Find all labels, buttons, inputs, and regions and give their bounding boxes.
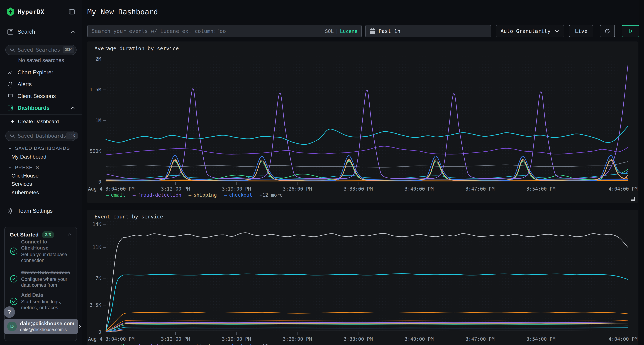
sidebar-item-alerts[interactable]: Alerts <box>0 79 82 89</box>
help-button[interactable]: ? <box>4 306 15 318</box>
get-started-item-connect[interactable]: Connect to ClickHouse Set up your databa… <box>10 239 73 264</box>
refresh-icon <box>604 27 611 35</box>
svg-text:3:47:00 PM: 3:47:00 PM <box>466 186 495 192</box>
sidebar-item-team-settings[interactable]: Team Settings <box>0 206 82 216</box>
avatar: D <box>7 322 17 331</box>
get-started-item-title: Create Data Sources <box>21 270 73 276</box>
chevron-up-icon <box>70 30 76 34</box>
sidebar-item-dashboards[interactable]: Dashboards <box>0 103 82 113</box>
create-dashboard-label: Create Dashboard <box>18 119 59 124</box>
sidebar-collapse-button[interactable] <box>68 8 76 15</box>
check-circle-icon <box>10 275 18 283</box>
sidebar-item-clickhouse[interactable]: ClickHouse <box>12 173 39 179</box>
legend-item-fraud-detection[interactable]: —fraud-detection <box>133 192 182 198</box>
legend-item-email[interactable]: —email <box>106 192 126 198</box>
app-title: HyperDX <box>18 8 44 15</box>
svg-text:3:26:00 PM: 3:26:00 PM <box>283 186 312 192</box>
chart-panel-event-count: Event count by service 03.5K7K11K14KAug … <box>87 210 638 345</box>
line-chart-avg-duration: 0500K1M1.5M2MAug 4 3:04:00 PM3:12:00 PM3… <box>87 41 638 192</box>
sidebar-item-services[interactable]: Services <box>12 181 32 187</box>
sidebar-item-kubernetes[interactable]: Kubernetes <box>12 189 39 196</box>
get-started-item-sources[interactable]: Create Data Sources Configure where your… <box>10 270 73 288</box>
create-dashboard-button[interactable]: Create Dashboard <box>10 119 59 124</box>
svg-text:11K: 11K <box>92 245 102 250</box>
svg-text:0: 0 <box>98 179 101 185</box>
logo-row: HyperDX <box>0 7 82 17</box>
user-menu[interactable]: D dale@clickhouse.com dale@clickhouse.co… <box>4 319 78 334</box>
lucene-toggle[interactable]: Lucene <box>340 28 358 34</box>
svg-text:3:54:00 PM: 3:54:00 PM <box>526 336 556 342</box>
plus-icon <box>10 119 15 124</box>
svg-text:4:04:00 PM: 4:04:00 PM <box>608 186 638 192</box>
legend-item-shipping[interactable]: —shipping <box>188 192 217 198</box>
presets-section-header[interactable]: PRESETS <box>8 165 39 170</box>
hyperdx-logo-icon <box>6 7 15 16</box>
legend-item-email[interactable]: —email <box>106 344 126 345</box>
scroll-gutter <box>639 0 644 345</box>
granularity-select[interactable]: Auto Granularity <box>496 25 564 37</box>
legend-item-checkout[interactable]: —checkout <box>224 192 252 198</box>
saved-searches-placeholder: Saved Searches <box>18 47 60 53</box>
event-search-input[interactable]: Search your events w/ Lucene ex. column:… <box>87 25 362 37</box>
shortcut-badge: ⌘K <box>66 132 78 139</box>
sidebar-item-search[interactable]: Search <box>0 27 82 37</box>
get-started-item-desc: Configure where your data comes from <box>21 276 73 288</box>
get-started-progress-badge: 3/3 <box>42 231 54 238</box>
check-circle-icon <box>10 247 18 255</box>
sidebar-item-client-sessions[interactable]: Client Sessions <box>0 91 82 101</box>
check-circle-icon <box>10 297 18 306</box>
chevron-down-icon <box>8 147 12 150</box>
calendar-icon <box>370 28 375 34</box>
sidebar: HyperDX Search Saved Searches ⌘K No <box>0 0 82 345</box>
svg-text:3:19:00 PM: 3:19:00 PM <box>222 186 251 192</box>
chevron-down-icon <box>8 166 12 169</box>
get-started-item-desc: Set up your database connection <box>21 252 73 264</box>
refresh-button[interactable] <box>600 25 615 37</box>
svg-text:3.5K: 3.5K <box>90 302 102 308</box>
no-saved-searches-text: No saved searches <box>0 57 82 63</box>
live-button[interactable]: Live <box>569 25 593 37</box>
legend-more-link[interactable]: +12 more <box>260 192 283 198</box>
svg-text:3:12:00 PM: 3:12:00 PM <box>161 186 190 192</box>
chevron-up-icon <box>70 106 76 110</box>
sidebar-item-label: Team Settings <box>18 208 52 214</box>
play-icon <box>628 28 634 34</box>
event-search-placeholder: Search your events w/ Lucene ex. column:… <box>92 28 325 34</box>
legend-item-checkout[interactable]: —checkout <box>224 344 252 345</box>
panel-resize-handle[interactable] <box>631 197 635 201</box>
get-started-collapse-button[interactable] <box>67 233 72 237</box>
svg-text:1M: 1M <box>95 118 101 123</box>
saved-dashboards-placeholder: Saved Dashboards <box>18 133 66 139</box>
chart-panel-avg-duration: Average duration by service 0500K1M1.5M2… <box>87 41 638 203</box>
time-range-picker[interactable]: Past 1h <box>365 25 491 37</box>
search-list-icon <box>6 28 14 35</box>
legend-item-shipping[interactable]: —shipping <box>188 344 217 345</box>
svg-text:Aug 4 3:04:00 PM: Aug 4 3:04:00 PM <box>88 336 134 342</box>
granularity-label: Auto Granularity <box>500 28 550 34</box>
get-started-item-add-data[interactable]: Add Data Start sending logs, metrics, or… <box>10 292 73 311</box>
get-started-title: Get Started <box>10 232 39 238</box>
svg-text:3:33:00 PM: 3:33:00 PM <box>344 186 373 192</box>
saved-dashboards-input[interactable]: Saved Dashboards ⌘K <box>5 131 76 141</box>
saved-dashboards-section-header[interactable]: SAVED DASHBOARDS <box>8 145 70 151</box>
sidebar-item-label: Chart Explorer <box>18 69 53 76</box>
panel-collapse-icon <box>68 8 76 15</box>
sidebar-item-label: Alerts <box>18 81 32 88</box>
sql-toggle[interactable]: SQL <box>325 28 334 34</box>
svg-text:3:26:00 PM: 3:26:00 PM <box>283 336 312 342</box>
legend-more-link[interactable]: +12 more <box>260 344 283 345</box>
svg-text:3:47:00 PM: 3:47:00 PM <box>466 336 495 342</box>
sidebar-item-my-dashboard[interactable]: My Dashboard <box>12 154 46 160</box>
sidebar-item-chart-explorer[interactable]: Chart Explorer <box>0 67 82 78</box>
search-icon <box>10 133 16 139</box>
run-query-button[interactable] <box>622 25 639 37</box>
laptop-icon <box>6 93 14 100</box>
language-divider: | <box>336 28 338 34</box>
divider <box>0 114 82 115</box>
legend-item-fraud-detection[interactable]: —fraud-detection <box>133 344 182 345</box>
get-started-item-title: Add Data <box>21 292 73 298</box>
chart-legend: —email—fraud-detection—shipping—checkout… <box>106 344 283 345</box>
chart-icon <box>6 69 14 76</box>
saved-searches-input[interactable]: Saved Searches ⌘K <box>5 45 76 55</box>
svg-text:500K: 500K <box>90 148 102 154</box>
